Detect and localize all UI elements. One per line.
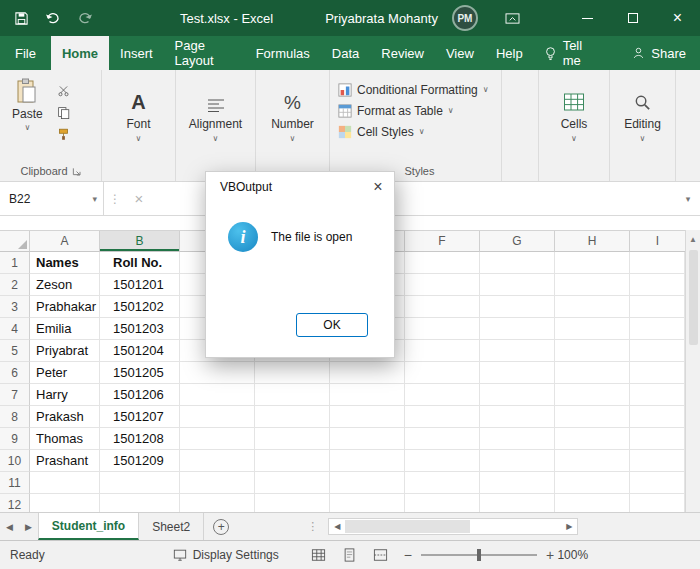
row-header-4[interactable]: 4 — [0, 318, 30, 340]
cell-I6[interactable] — [630, 362, 685, 384]
cell-E6[interactable] — [330, 362, 405, 384]
cell-H11[interactable] — [555, 472, 630, 494]
sheet-nav-left-icon[interactable]: ◀ — [0, 513, 19, 540]
cell-B10[interactable]: 1501209 — [100, 450, 180, 472]
conditional-formatting-button[interactable]: Conditional Formatting ∨ — [338, 83, 489, 97]
cell-D12[interactable] — [255, 494, 330, 512]
tab-review[interactable]: Review — [370, 36, 435, 70]
cell-styles-button[interactable]: Cell Styles ∨ — [338, 125, 425, 139]
tab-formulas[interactable]: Formulas — [245, 36, 321, 70]
cell-I2[interactable] — [630, 274, 685, 296]
new-sheet-button[interactable]: + — [213, 519, 229, 535]
font-group-button[interactable]: A Font ∨ — [102, 70, 176, 181]
maximize-button[interactable] — [610, 0, 655, 36]
cell-B2[interactable]: 1501201 — [100, 274, 180, 296]
cell-E10[interactable] — [330, 450, 405, 472]
column-header-I[interactable]: I — [630, 231, 685, 252]
dialog-close-icon[interactable]: × — [362, 172, 394, 202]
cell-D6[interactable] — [255, 362, 330, 384]
cell-I11[interactable] — [630, 472, 685, 494]
cell-G7[interactable] — [480, 384, 555, 406]
cell-H12[interactable] — [555, 494, 630, 512]
cell-D10[interactable] — [255, 450, 330, 472]
cell-F5[interactable] — [405, 340, 480, 362]
cell-B12[interactable] — [100, 494, 180, 512]
cell-H4[interactable] — [555, 318, 630, 340]
cell-F3[interactable] — [405, 296, 480, 318]
tab-view[interactable]: View — [435, 36, 485, 70]
cell-G8[interactable] — [480, 406, 555, 428]
cell-E12[interactable] — [330, 494, 405, 512]
minimize-button[interactable] — [565, 0, 610, 36]
cell-G5[interactable] — [480, 340, 555, 362]
row-header-9[interactable]: 9 — [0, 428, 30, 450]
tell-me-button[interactable]: Tell me — [534, 36, 603, 70]
cell-I8[interactable] — [630, 406, 685, 428]
row-header-2[interactable]: 2 — [0, 274, 30, 296]
row-header-7[interactable]: 7 — [0, 384, 30, 406]
cell-F6[interactable] — [405, 362, 480, 384]
cell-A11[interactable] — [30, 472, 100, 494]
cell-A3[interactable]: Prabhakar — [30, 296, 100, 318]
row-header-3[interactable]: 3 — [0, 296, 30, 318]
cell-G10[interactable] — [480, 450, 555, 472]
undo-icon[interactable] — [44, 9, 62, 27]
row-header-8[interactable]: 8 — [0, 406, 30, 428]
cell-F9[interactable] — [405, 428, 480, 450]
cell-B11[interactable] — [100, 472, 180, 494]
cell-I1[interactable] — [630, 252, 685, 274]
cell-F4[interactable] — [405, 318, 480, 340]
cell-D11[interactable] — [255, 472, 330, 494]
cell-B5[interactable]: 1501204 — [100, 340, 180, 362]
cell-I12[interactable] — [630, 494, 685, 512]
zoom-out-button[interactable]: − — [404, 547, 412, 563]
horizontal-scroll-thumb[interactable] — [345, 520, 470, 533]
formula-bar-expand-icon[interactable]: ▾ — [676, 182, 700, 215]
zoom-in-button[interactable]: + — [546, 547, 554, 563]
sheet-tab-sheet2[interactable]: Sheet2 — [139, 513, 204, 540]
cell-H9[interactable] — [555, 428, 630, 450]
cell-A10[interactable]: Prashant — [30, 450, 100, 472]
cell-F11[interactable] — [405, 472, 480, 494]
cell-I5[interactable] — [630, 340, 685, 362]
redo-icon[interactable] — [76, 9, 94, 27]
cells-group-button[interactable]: Cells ∨ — [538, 70, 610, 181]
cell-A7[interactable]: Harry — [30, 384, 100, 406]
horizontal-scroll-track[interactable] — [345, 519, 561, 534]
share-button[interactable]: Share — [618, 36, 700, 70]
scroll-up-icon[interactable]: ▲ — [689, 230, 697, 244]
cell-G9[interactable] — [480, 428, 555, 450]
cell-B1[interactable]: Roll No. — [100, 252, 180, 274]
avatar[interactable]: PM — [452, 5, 478, 31]
cell-F8[interactable] — [405, 406, 480, 428]
column-header-F[interactable]: F — [405, 231, 480, 252]
tab-file[interactable]: File — [0, 36, 51, 70]
cell-B9[interactable]: 1501208 — [100, 428, 180, 450]
cell-I9[interactable] — [630, 428, 685, 450]
copy-button[interactable] — [57, 106, 70, 119]
sheet-nav-right-icon[interactable]: ▶ — [19, 513, 38, 540]
tab-home[interactable]: Home — [51, 36, 109, 70]
close-button[interactable]: × — [655, 0, 700, 36]
cell-B6[interactable]: 1501205 — [100, 362, 180, 384]
cell-H5[interactable] — [555, 340, 630, 362]
cell-G4[interactable] — [480, 318, 555, 340]
save-icon[interactable] — [12, 9, 30, 27]
cell-C10[interactable] — [180, 450, 255, 472]
tab-scroll-splitter[interactable]: ⋮ — [307, 513, 318, 540]
cell-B8[interactable]: 1501207 — [100, 406, 180, 428]
cell-I4[interactable] — [630, 318, 685, 340]
display-settings-button[interactable]: Display Settings — [173, 548, 279, 562]
cell-A8[interactable]: Prakash — [30, 406, 100, 428]
row-header-11[interactable]: 11 — [0, 472, 30, 494]
cell-F10[interactable] — [405, 450, 480, 472]
number-group-button[interactable]: % Number ∨ — [256, 70, 330, 181]
cell-G12[interactable] — [480, 494, 555, 512]
cell-A12[interactable] — [30, 494, 100, 512]
column-header-B[interactable]: B — [100, 231, 180, 252]
column-header-G[interactable]: G — [480, 231, 555, 252]
cell-E11[interactable] — [330, 472, 405, 494]
cell-A2[interactable]: Zeson — [30, 274, 100, 296]
row-header-10[interactable]: 10 — [0, 450, 30, 472]
cell-G3[interactable] — [480, 296, 555, 318]
